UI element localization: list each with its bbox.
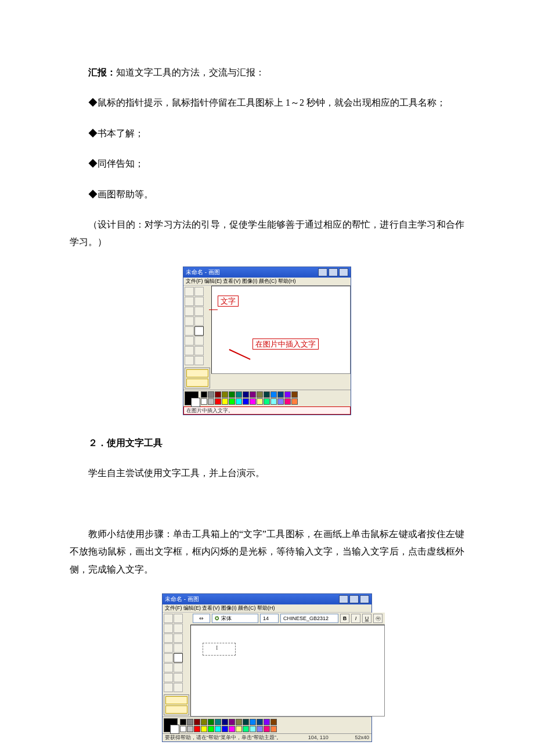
tool-ellipse-icon[interactable] [185,356,194,365]
color-swatch[interactable] [187,719,193,725]
color-swatch[interactable] [229,719,235,725]
close-icon[interactable] [360,595,369,603]
tool-curve-icon[interactable] [174,663,183,672]
color-swatch[interactable] [236,391,242,398]
tool-eraser-icon[interactable] [185,297,194,306]
color-swatch[interactable] [264,726,270,732]
color-swatch[interactable] [201,398,207,405]
tool-line-icon[interactable] [164,663,173,672]
italic-button[interactable]: I [351,614,360,623]
color-swatch[interactable] [194,726,200,732]
opt-transparent-icon[interactable] [165,705,187,714]
color-swatch[interactable] [270,726,277,732]
maximize-icon[interactable] [349,595,359,603]
color-swatch[interactable] [236,398,242,405]
tool-text-icon[interactable] [194,326,204,336]
color-swatch[interactable] [277,398,284,405]
color-swatch[interactable] [284,391,291,398]
font-toolbar[interactable]: ⇔ ✪ 宋体 14 CHINESE_GB2312 B I U ㊥ [190,613,385,625]
tool-ellipse-icon[interactable] [164,683,173,692]
color-swatch[interactable] [257,726,263,732]
minimize-icon[interactable] [339,595,348,603]
color-swatch[interactable] [215,398,221,405]
tool-text-icon[interactable] [174,653,183,663]
opt-opaque-icon[interactable] [165,696,187,704]
color-swatch[interactable] [250,391,256,398]
color-swatch[interactable] [250,726,256,732]
tool-picker-icon[interactable] [164,633,173,643]
tool-rounded-rect-icon[interactable] [194,356,204,365]
tool-airbrush-icon[interactable] [164,653,173,663]
minimize-icon[interactable] [318,268,327,276]
color-swatch[interactable] [215,726,221,732]
color-swatch[interactable] [277,391,284,398]
color-swatch[interactable] [250,719,256,725]
color-swatch[interactable] [250,398,256,405]
color-swatch[interactable] [180,719,186,725]
color-palette-2[interactable] [163,717,371,733]
canvas[interactable]: 文字 在图片中插入文字 [211,286,351,374]
tool-line-icon[interactable] [185,336,194,345]
tool-rect-select-icon[interactable] [174,614,183,623]
color-swatch[interactable] [194,719,200,725]
font-script-dropdown[interactable]: CHINESE_GB2312 [280,614,338,623]
color-palette[interactable] [183,390,351,406]
color-swatch[interactable] [243,398,249,405]
tool-brush-icon[interactable] [194,316,204,326]
color-grid-2[interactable] [180,719,277,732]
opt-transparent-icon[interactable] [186,379,208,387]
tool-magnify-icon[interactable] [194,307,204,316]
color-swatch[interactable] [257,398,263,405]
color-swatch[interactable] [229,398,235,405]
tool-rounded-rect-icon[interactable] [174,683,183,692]
tool-brush-icon[interactable] [174,643,183,653]
color-swatch[interactable] [222,719,228,725]
tool-eraser-icon[interactable] [164,624,173,633]
color-swatch[interactable] [222,726,228,732]
tool-polygon-icon[interactable] [174,673,183,682]
tool-rectangle-icon[interactable] [164,673,173,682]
menubar-2[interactable]: 文件(F) 编辑(E) 查看(V) 图像(I) 颜色(C) 帮助(H) [163,604,371,613]
menubar[interactable]: 文件(F) 编辑(E) 查看(V) 图像(I) 颜色(C) 帮助(H) [183,278,351,286]
tool-picker-icon[interactable] [185,307,194,316]
canvas-2[interactable] [190,625,385,717]
color-swatch[interactable] [229,726,235,732]
tool-fill-icon[interactable] [174,624,183,633]
color-swatch[interactable] [291,398,298,405]
color-swatch[interactable] [215,719,221,725]
toolbox[interactable] [183,286,208,366]
underline-button[interactable]: U [362,614,371,623]
color-swatch[interactable] [201,391,207,398]
color-swatch[interactable] [264,719,270,725]
maximize-icon[interactable] [329,268,338,276]
tool-curve-icon[interactable] [194,336,204,345]
color-swatch[interactable] [243,391,249,398]
tool-freeform-select-icon[interactable] [185,287,194,296]
color-swatch[interactable] [270,719,277,725]
color-swatch[interactable] [222,391,228,398]
color-swatch[interactable] [257,391,263,398]
color-swatch[interactable] [222,398,228,405]
tool-pencil-icon[interactable] [185,316,194,326]
ime-button[interactable]: ㊥ [373,614,383,623]
color-swatch[interactable] [208,391,214,398]
tool-options-2[interactable] [164,694,189,715]
color-swatch[interactable] [264,391,270,398]
color-swatch[interactable] [291,391,298,398]
text-input-box[interactable] [203,643,236,656]
color-swatch[interactable] [270,398,277,405]
tool-fill-icon[interactable] [194,297,204,306]
color-grid[interactable] [201,391,298,405]
color-swatch[interactable] [236,726,242,732]
tool-rect-select-icon[interactable] [194,287,204,296]
current-colors[interactable] [185,391,199,405]
color-swatch[interactable] [270,391,277,398]
bold-button[interactable]: B [340,614,349,623]
tool-rectangle-icon[interactable] [185,346,194,355]
window-controls[interactable] [318,268,348,276]
color-swatch[interactable] [208,726,214,732]
color-swatch[interactable] [257,719,263,725]
toolbar-move-icon[interactable]: ⇔ [193,614,210,623]
color-swatch[interactable] [243,719,249,725]
opt-opaque-icon[interactable] [186,369,208,377]
